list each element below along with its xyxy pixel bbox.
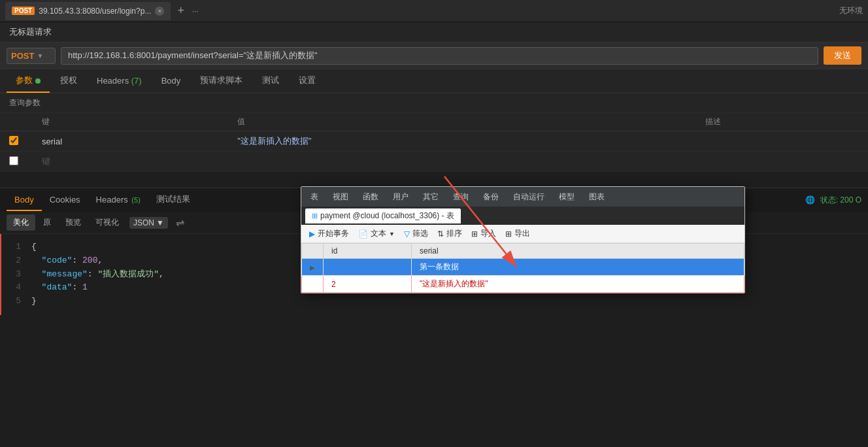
row2-serial[interactable]: "这是新插入的数据" — [411, 276, 744, 293]
db-table-popup: 表 视图 函数 用户 其它 查询 备份 自动运行 模型 图表 ⊞ payment… — [301, 186, 745, 293]
params-table: 键 值 描述 serial "这是新插入的数据" 键 — [0, 113, 868, 172]
filter-icon: ▽ — [404, 229, 410, 239]
table-row: serial "这是新插入的数据" — [0, 131, 868, 152]
row-indicator: ▶ — [310, 264, 315, 271]
tab-url-label: 39.105.43.3:8080/user/login?p... — [39, 7, 151, 16]
new-tab-button[interactable]: + — [173, 4, 188, 18]
sort-icon-db: ⇅ — [437, 229, 444, 239]
empty-row-checkbox[interactable] — [9, 156, 18, 165]
globe-icon: 🌐 — [805, 195, 815, 205]
tab-headers[interactable]: Headers (7) — [88, 71, 151, 92]
tab-bar: POST 39.105.43.3:8080/user/login?p... × … — [0, 0, 868, 22]
db-menu-auto-run[interactable]: 自动运行 — [507, 189, 551, 205]
param-desc-empty[interactable] — [696, 152, 868, 172]
format-select-label: JSON — [133, 218, 154, 227]
db-menu-view[interactable]: 视图 — [326, 189, 355, 205]
tab-pre-request[interactable]: 预请求脚本 — [191, 69, 252, 93]
url-input[interactable] — [61, 47, 818, 65]
row1-id[interactable] — [324, 259, 412, 276]
db-btn-export[interactable]: ⊞导出 — [503, 227, 533, 240]
db-btn-text[interactable]: 📄文本 ▼ — [356, 227, 397, 240]
param-value-serial[interactable]: "这是新插入的数据" — [228, 131, 695, 152]
resp-tab-cookies[interactable]: Cookies — [42, 190, 88, 211]
code-line-5: 5 } — [10, 295, 859, 308]
col-desc-header: 描述 — [696, 113, 868, 131]
text-icon: 📄 — [358, 229, 368, 239]
tab-params[interactable]: 参数 — [7, 69, 50, 93]
param-desc-serial[interactable] — [696, 131, 868, 152]
status-text: 状态: 200 O — [820, 195, 861, 206]
db-tab-label: payment @cloud (localhost_3306) - 表 — [320, 210, 454, 222]
tab-settings[interactable]: 设置 — [290, 69, 325, 93]
tab-tests[interactable]: 测试 — [253, 69, 288, 93]
db-btn-sort[interactable]: ⇅排序 — [435, 227, 465, 240]
format-select-json[interactable]: JSON ▼ — [129, 217, 168, 229]
db-table-row-1[interactable]: ▶ 第一条数据 — [302, 259, 744, 276]
resp-tab-test-results[interactable]: 测试结果 — [148, 188, 198, 212]
db-menu-diagram[interactable]: 图表 — [582, 189, 611, 205]
db-btn-begin-tx[interactable]: ▶开始事务 — [307, 227, 352, 240]
db-table-icon: ⊞ — [312, 212, 318, 220]
sort-icon[interactable]: ⇌ — [176, 216, 184, 229]
format-select-arrow-icon: ▼ — [156, 218, 164, 227]
param-key-serial[interactable]: serial — [33, 131, 228, 152]
query-params-label: 查询参数 — [0, 93, 868, 113]
row2-num — [302, 276, 324, 293]
db-menu-backup[interactable]: 备份 — [476, 189, 505, 205]
db-menu-bar: 表 视图 函数 用户 其它 查询 备份 自动运行 模型 图表 — [301, 187, 744, 207]
resp-tab-headers[interactable]: Headers (5) — [88, 190, 148, 211]
fmt-tab-preview[interactable]: 预览 — [59, 214, 88, 231]
resp-tab-body[interactable]: Body — [7, 190, 42, 211]
db-toolbar: ▶开始事务 📄文本 ▼ ▽筛选 ⇅排序 ⊞导入 ⊞导出 — [301, 225, 744, 243]
url-bar: POST ▼ 发送 — [0, 42, 868, 69]
tab-method-badge: POST — [12, 7, 35, 15]
db-menu-func[interactable]: 函数 — [356, 189, 385, 205]
col-id-header: id — [324, 244, 412, 259]
db-tab-bar: ⊞ payment @cloud (localhost_3306) - 表 — [301, 207, 744, 225]
env-selector[interactable]: 无环境 — [839, 5, 863, 16]
request-nav-tabs: 参数 授权 Headers (7) Body 预请求脚本 测试 设置 — [0, 69, 868, 93]
method-select[interactable]: POST ▼ — [7, 48, 56, 64]
send-button[interactable]: 发送 — [824, 46, 861, 65]
text-dropdown-icon: ▼ — [389, 231, 395, 237]
db-btn-import[interactable]: ⊞导入 — [469, 227, 499, 240]
tab-body[interactable]: Body — [152, 71, 190, 92]
db-table-row-2[interactable]: 2 "这是新插入的数据" — [302, 276, 744, 293]
db-data-table: id serial ▶ 第一条数据 2 "这是新插入的数据" — [301, 243, 744, 293]
response-status: 🌐 状态: 200 O — [805, 195, 861, 206]
active-tab[interactable]: POST 39.105.43.3:8080/user/login?p... × — [5, 2, 171, 20]
col-serial-header: serial — [411, 244, 744, 259]
col-value-header: 值 — [228, 113, 695, 131]
db-menu-table[interactable]: 表 — [304, 189, 325, 205]
db-menu-user[interactable]: 用户 — [386, 189, 415, 205]
db-menu-other[interactable]: 其它 — [416, 189, 445, 205]
db-menu-query[interactable]: 查询 — [446, 189, 475, 205]
page-title: 无标题请求 — [0, 22, 868, 42]
fmt-tab-visualize[interactable]: 可视化 — [89, 214, 125, 231]
fmt-tab-beautify[interactable]: 美化 — [7, 214, 35, 231]
export-icon: ⊞ — [505, 229, 512, 239]
table-row-empty: 键 — [0, 152, 868, 172]
db-active-tab[interactable]: ⊞ payment @cloud (localhost_3306) - 表 — [305, 208, 461, 224]
row1-serial[interactable]: 第一条数据 — [411, 259, 744, 276]
method-label: POST — [11, 51, 34, 61]
params-dot — [35, 78, 41, 84]
row2-id[interactable]: 2 — [324, 276, 412, 293]
fmt-tab-raw[interactable]: 原 — [37, 214, 58, 231]
param-key-empty[interactable]: 键 — [33, 152, 228, 172]
begin-tx-icon: ▶ — [309, 229, 315, 239]
import-icon: ⊞ — [471, 229, 478, 239]
db-menu-model[interactable]: 模型 — [552, 189, 581, 205]
db-btn-filter[interactable]: ▽筛选 — [401, 227, 431, 240]
param-value-empty[interactable] — [228, 152, 695, 172]
row-checkbox[interactable] — [9, 136, 18, 145]
tab-auth[interactable]: 授权 — [51, 69, 86, 93]
tab-close-button[interactable]: × — [155, 7, 164, 16]
more-tabs-button[interactable]: ··· — [188, 7, 203, 16]
method-arrow-icon: ▼ — [37, 52, 43, 59]
col-key-header: 键 — [33, 113, 228, 131]
